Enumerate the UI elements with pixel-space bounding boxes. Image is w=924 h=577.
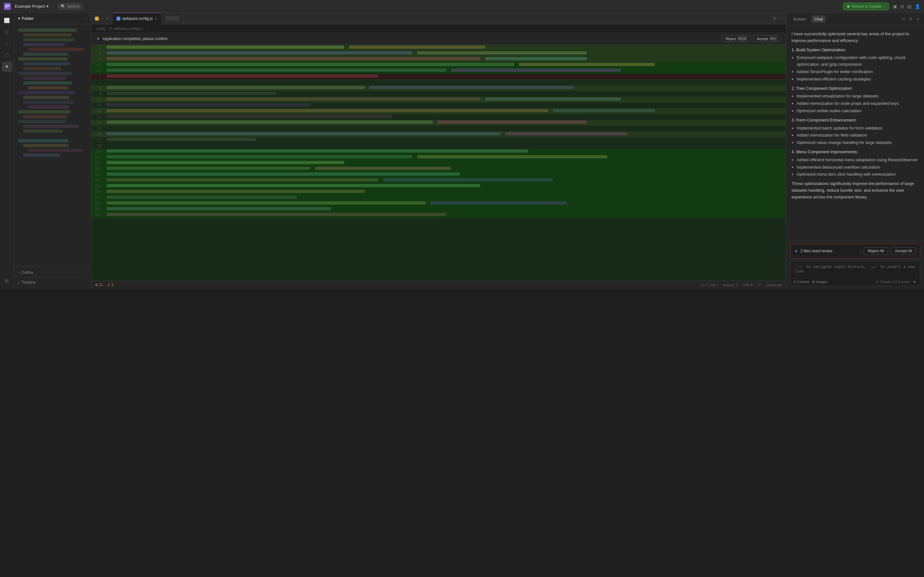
titlebar-divider: | — [53, 4, 53, 9]
list-item: Optimized menu item click handling with … — [796, 171, 919, 178]
list-item: Added efficient horizontal menu adaptati… — [796, 157, 919, 163]
tab-builder[interactable]: Builder — [791, 15, 809, 23]
layout-icon[interactable]: ▤ — [907, 4, 911, 9]
tab-settings[interactable]: ··· ✕ — [91, 13, 113, 24]
project-name[interactable]: Example Project ▾ — [15, 4, 49, 9]
code-line-29: 29+ — [91, 206, 786, 212]
cursor-position: Ln 7, Col 1 — [701, 283, 718, 287]
chat-footer: ✦ 2 files need review › Reject All Accep… — [787, 241, 924, 288]
code-line-5: 5+ — [91, 62, 786, 68]
activity-debug[interactable]: ⬡ — [2, 50, 12, 60]
breadcrumb: .config › ⬡ webpack.config.js / … — [91, 24, 786, 33]
search-bar[interactable]: 🔍 Search — [57, 3, 83, 10]
language-mode[interactable]: JavaScript — [766, 283, 782, 287]
editor-area: ··· ✕ webpack.config.js ✕ ⧉ ⋯ .config › … — [91, 13, 786, 288]
list-item: Added TerserPlugin for better minificati… — [796, 69, 919, 75]
accept-all-button[interactable]: Accept All — [891, 247, 916, 255]
list-item: Implemented batch updates for form valid… — [796, 125, 919, 132]
timeline-section[interactable]: › Timeline — [18, 279, 87, 286]
activity-files[interactable]: ⬜ — [2, 15, 12, 26]
code-line-11: 11 — [91, 103, 786, 108]
chat-section-3: 3. Form Component Enhancement: Implement… — [792, 117, 919, 146]
panel-icon[interactable]: ⊟ — [900, 4, 904, 9]
chat-header: Builder Chat ⟲ ⚙ ✕ — [787, 13, 924, 26]
reject-all-button[interactable]: Reject All — [864, 247, 888, 255]
sidebar-footer: › Outline › Timeline — [14, 266, 91, 288]
code-line-21: 21+ — [91, 160, 786, 166]
review-chevron-icon: › — [860, 249, 861, 253]
section-list-3: Implemented batch updates for form valid… — [792, 125, 919, 146]
sidebar-filter-icon[interactable]: ⋯ — [83, 16, 87, 21]
activity-bar: ⬜ ⊙ ⑂ ⬡ ✦ ⊞ — [0, 13, 14, 288]
context-tag[interactable]: # Context — [794, 280, 809, 284]
claude-icon: ⊙ — [876, 280, 879, 284]
sidebar-tree — [14, 24, 91, 266]
section-title-1: 1. Build System Optimization: — [792, 47, 919, 53]
tab-webpack[interactable]: webpack.config.js ✕ — [113, 13, 162, 24]
more-actions-icon[interactable]: ⋯ — [779, 16, 783, 21]
chat-settings-icon[interactable]: ⚙ — [909, 17, 913, 21]
code-line-3: 3 — [91, 51, 786, 56]
code-editor[interactable]: 2 3 4 5+ — [91, 45, 786, 281]
send-button[interactable]: ➤ — [913, 279, 917, 284]
code-line-4: 4 — [91, 56, 786, 62]
file-encoding[interactable]: UTF-8 — [743, 283, 753, 287]
chat-input[interactable] — [790, 261, 920, 277]
section-title-4: 4. Menu Component Improvements: — [792, 149, 919, 155]
warning-count[interactable]: ⚠ 1 — [107, 283, 113, 287]
chat-close-icon[interactable]: ✕ — [916, 17, 919, 21]
chat-panel: Builder Chat ⟲ ⚙ ✕ I have successfully o… — [786, 13, 924, 288]
tab-close-webpack[interactable]: ✕ — [155, 17, 158, 21]
account-icon[interactable]: 👤 — [915, 4, 920, 9]
files-review-bar[interactable]: ✦ 2 files need review › Reject All Accep… — [790, 243, 920, 258]
activity-git[interactable]: ⑂ — [2, 39, 12, 49]
code-line-30: 30+ — [91, 212, 786, 218]
tab-chat[interactable]: Chat — [811, 15, 825, 23]
chat-history-icon[interactable]: ⟲ — [902, 17, 906, 21]
code-line-6: 6+ — [91, 68, 786, 74]
accept-button[interactable]: Accept ⌘↵ — [753, 35, 781, 42]
indentation[interactable]: Spaces: 2 — [722, 283, 738, 287]
chat-conclusion: These optimizations significantly improv… — [792, 181, 919, 200]
code-line-25: 25+ — [91, 183, 786, 189]
code-line-26: 26+ — [91, 189, 786, 195]
reject-button[interactable]: Reject ⌘⌫ — [722, 35, 751, 42]
activity-grid[interactable]: ⊞ — [2, 276, 12, 286]
sidebar-toggle-icon[interactable]: ▣ — [893, 4, 897, 9]
files-review-text: 2 files need review — [800, 249, 857, 253]
error-count[interactable]: ⊗ 11 — [95, 283, 103, 287]
outline-section[interactable]: › Outline — [18, 269, 87, 276]
list-item: Implemented virtualization for large dat… — [796, 93, 919, 100]
app-icon: EP — [4, 3, 11, 10]
activity-extensions[interactable]: ✦ — [2, 61, 12, 72]
chat-section-1: 1. Build System Optimization: Enhanced w… — [792, 47, 919, 83]
images-tag[interactable]: ⊞ Images — [812, 280, 827, 284]
code-line-20: 20+ — [91, 155, 786, 160]
sidebar: ▾ Folder ⋯ — [14, 13, 91, 288]
section-title-3: 3. Form Component Enhancement: — [792, 117, 919, 124]
code-line-7: 7 — [91, 74, 786, 79]
restart-dot — [847, 5, 850, 8]
chat-input-area: # Context ⊞ Images ⊙ Claude-3.5-Sonnet ➤ — [790, 261, 920, 286]
section-list-4: Added efficient horizontal menu adaptati… — [792, 157, 919, 178]
restart-button[interactable]: Restart to Update › — [843, 3, 889, 10]
code-line-28: 28+ — [91, 201, 786, 206]
activity-search[interactable]: ⊙ — [2, 27, 12, 37]
code-line-8: 8 — [91, 85, 786, 91]
tab-close-settings[interactable]: ✕ — [105, 16, 108, 21]
tab-blurred[interactable] — [162, 13, 184, 24]
split-editor-icon[interactable]: ⧉ — [773, 16, 776, 21]
settings-file-icon — [95, 17, 99, 21]
sidebar-title: ▾ Folder — [18, 16, 34, 21]
list-item: Implemented efficient caching strategies — [796, 76, 919, 83]
sidebar-header: ▾ Folder ⋯ — [14, 13, 91, 24]
tab-actions: ⧉ ⋯ — [770, 16, 786, 21]
line-ending[interactable]: LF — [757, 283, 761, 287]
list-item: Added memoization for node props and exp… — [796, 100, 919, 107]
code-line-15: 15 — [91, 126, 786, 131]
banner-icon: ✦ — [96, 36, 100, 41]
code-line-9: 9 — [91, 91, 786, 97]
code-line-10: 10 — [91, 97, 786, 103]
code-line-24: 24+ — [91, 177, 786, 183]
list-item: Optimized value change handling for larg… — [796, 139, 919, 146]
